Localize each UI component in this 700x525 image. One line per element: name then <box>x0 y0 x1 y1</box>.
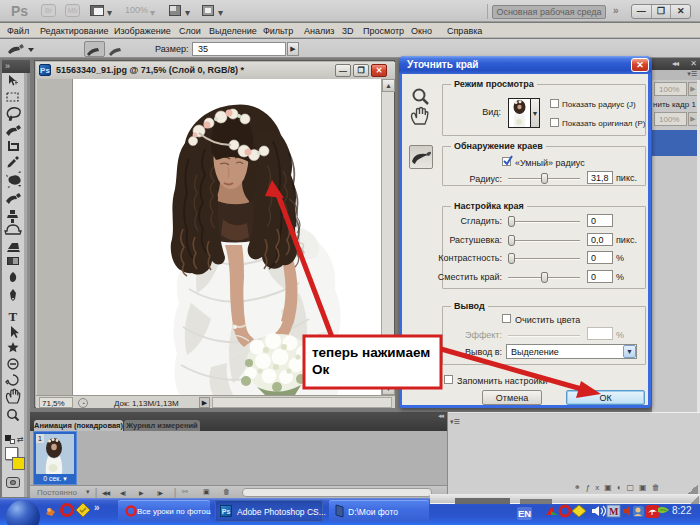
svg-text:T: T <box>9 309 18 324</box>
svg-text:M: M <box>609 506 619 517</box>
